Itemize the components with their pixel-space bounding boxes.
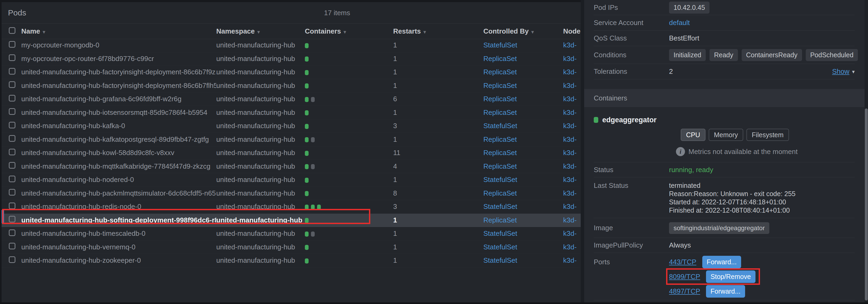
row-checkbox[interactable] — [9, 108, 16, 115]
condition-badge: Ready — [709, 49, 738, 61]
table-row[interactable]: united-manufacturing-hub-kowl-58d8d9c8fc… — [2, 146, 581, 160]
pod-ips-row: Pod IPs 10.42.0.45 — [594, 0, 855, 15]
node-link[interactable]: k3d- — [563, 68, 577, 76]
controlled-by-link[interactable]: StatefulSet — [483, 229, 517, 238]
controlled-by-link[interactable]: ReplicaSet — [483, 189, 517, 197]
table-row[interactable]: united-manufacturing-hub-nodered-0 unite… — [2, 173, 581, 187]
select-all-checkbox[interactable] — [9, 27, 16, 34]
node-link[interactable]: k3d- — [563, 55, 577, 63]
port-link[interactable]: 8099/TCP — [669, 273, 700, 281]
controlled-by-link[interactable]: StatefulSet — [483, 243, 517, 251]
node-link[interactable]: k3d- — [563, 135, 577, 143]
chevron-down-icon[interactable]: ▾ — [852, 68, 855, 75]
pod-name: united-manufacturing-hub-softing-deploym… — [21, 216, 216, 224]
row-checkbox[interactable] — [9, 95, 16, 102]
node-link[interactable]: k3d- — [563, 189, 577, 197]
panel-scrollbar-thumb[interactable] — [865, 108, 868, 301]
column-header[interactable]: Name▾ — [21, 27, 216, 35]
node-link[interactable]: k3d- — [563, 175, 577, 184]
row-checkbox[interactable] — [9, 189, 16, 196]
table-row[interactable]: united-manufacturing-hub-zookeeper-0 uni… — [2, 254, 581, 268]
pod-summary-section: Pod IPs 10.42.0.45 Service Account defau… — [594, 0, 855, 79]
pod-restarts: 1 — [393, 135, 483, 144]
port-link[interactable]: 443/TCP — [669, 258, 696, 266]
table-row[interactable]: united-manufacturing-hub-redis-node-0 un… — [2, 200, 581, 214]
node-link[interactable]: k3d- — [563, 122, 577, 130]
node-link[interactable]: k3d- — [563, 108, 577, 116]
node-cell: k3d- — [563, 202, 581, 211]
row-checkbox[interactable] — [9, 229, 16, 236]
table-row[interactable]: united-manufacturing-hub-softing-deploym… — [2, 214, 581, 227]
controlled-by-cell: StatefulSet — [483, 243, 563, 251]
row-checkbox[interactable] — [9, 135, 16, 142]
node-link[interactable]: k3d- — [563, 202, 577, 211]
row-checkbox[interactable] — [9, 81, 16, 88]
row-checkbox[interactable] — [9, 162, 16, 169]
row-checkbox[interactable] — [9, 243, 16, 249]
node-link[interactable]: k3d- — [563, 82, 577, 89]
table-row[interactable]: united-manufacturing-hub-mqttkafkabridge… — [2, 160, 581, 173]
controlled-by-link[interactable]: ReplicaSet — [483, 162, 517, 170]
node-link[interactable]: k3d- — [563, 256, 577, 264]
controlled-by-link[interactable]: ReplicaSet — [483, 55, 517, 63]
port-action-button[interactable]: Stop/Remove — [706, 271, 755, 283]
table-row[interactable]: united-manufacturing-hub-timescaledb-0 u… — [2, 227, 581, 241]
node-link[interactable]: k3d- — [563, 216, 577, 224]
table-row[interactable]: united-manufacturing-hub-kafka-0 united-… — [2, 119, 581, 133]
window-bottom-edge — [0, 302, 868, 304]
node-link[interactable]: k3d- — [563, 162, 577, 170]
controlled-by-link[interactable]: StatefulSet — [483, 175, 517, 184]
container-dot-green — [305, 97, 309, 102]
controlled-by-link[interactable]: StatefulSet — [483, 256, 517, 264]
row-checkbox[interactable] — [9, 68, 16, 75]
row-checkbox[interactable] — [9, 202, 16, 209]
table-row[interactable]: my-opcrouter-opc-router-6f78bd9776-c99cr… — [2, 52, 581, 66]
row-checkbox[interactable] — [9, 149, 16, 155]
controlled-by-link[interactable]: ReplicaSet — [483, 108, 517, 116]
pod-restarts: 1 — [393, 41, 483, 49]
row-checkbox[interactable] — [9, 122, 16, 129]
row-checkbox[interactable] — [9, 216, 16, 222]
node-link[interactable]: k3d- — [563, 229, 577, 238]
port-link[interactable]: 4897/TCP — [669, 287, 700, 296]
column-header[interactable]: Controlled By▾ — [483, 27, 563, 35]
port-action-button[interactable]: Forward... — [702, 256, 741, 268]
node-link[interactable]: k3d- — [563, 95, 577, 103]
table-row[interactable]: united-manufacturing-hub-factoryinsight-… — [2, 65, 581, 79]
table-row[interactable]: united-manufacturing-hub-factoryinsight-… — [2, 79, 581, 93]
metrics-tab[interactable]: CPU — [681, 129, 706, 141]
node-link[interactable]: k3d- — [563, 41, 577, 49]
controlled-by-link[interactable]: ReplicaSet — [483, 82, 517, 89]
node-link[interactable]: k3d- — [563, 243, 577, 251]
metrics-tab[interactable]: Memory — [709, 129, 743, 141]
row-checkbox[interactable] — [9, 256, 16, 263]
controlled-by-link[interactable]: ReplicaSet — [483, 135, 517, 143]
controlled-by-link[interactable]: StatefulSet — [483, 202, 517, 211]
service-account-link[interactable]: default — [669, 19, 690, 27]
table-row[interactable]: united-manufacturing-hub-vernemq-0 unite… — [2, 241, 581, 254]
table-row[interactable]: my-opcrouter-mongodb-0 united-manufactur… — [2, 39, 581, 52]
tolerations-show-link[interactable]: Show — [832, 67, 849, 76]
controlled-by-link[interactable]: StatefulSet — [483, 122, 517, 130]
controlled-by-link[interactable]: StatefulSet — [483, 41, 517, 49]
node-link[interactable]: k3d- — [563, 149, 577, 157]
table-row[interactable]: united-manufacturing-hub-grafana-6c96fd9… — [2, 92, 581, 106]
metrics-tab[interactable]: Filesystem — [746, 129, 789, 141]
controlled-by-link[interactable]: ReplicaSet — [483, 68, 517, 76]
controlled-by-link[interactable]: ReplicaSet — [483, 216, 517, 224]
row-checkbox[interactable] — [9, 175, 16, 182]
panel-scrollbar-track[interactable] — [865, 0, 868, 304]
controlled-by-link[interactable]: ReplicaSet — [483, 149, 517, 157]
table-row[interactable]: united-manufacturing-hub-packmlmqttsimul… — [2, 187, 581, 200]
status-row: Status running, ready — [594, 162, 855, 177]
table-row[interactable]: united-manufacturing-hub-kafkatopostgres… — [2, 133, 581, 146]
port-action-button[interactable]: Forward... — [706, 285, 745, 298]
column-header[interactable]: Namespace▾ — [216, 27, 305, 35]
row-checkbox[interactable] — [9, 54, 16, 61]
table-row[interactable]: united-manufacturing-hub-iotsensorsmqtt-… — [2, 106, 581, 120]
column-header[interactable]: Restarts▾ — [393, 27, 483, 35]
controlled-by-link[interactable]: ReplicaSet — [483, 95, 517, 103]
row-checkbox[interactable] — [9, 41, 16, 48]
column-header[interactable]: Containers▾ — [305, 27, 393, 35]
column-header[interactable]: Node▾ — [563, 27, 581, 35]
